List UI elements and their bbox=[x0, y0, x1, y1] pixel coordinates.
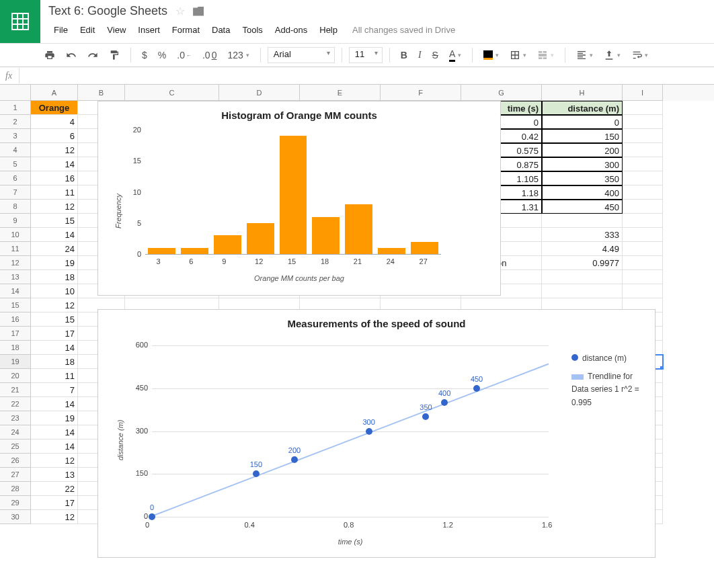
italic-button[interactable]: I bbox=[414, 47, 426, 63]
document-title[interactable]: Text 6: Google Sheets bbox=[48, 4, 167, 18]
menu-edit[interactable]: Edit bbox=[75, 22, 100, 38]
menu-add-ons[interactable]: Add-ons bbox=[270, 22, 313, 38]
row-header[interactable]: 11 bbox=[0, 242, 31, 256]
star-icon[interactable]: ☆ bbox=[175, 5, 185, 17]
row-header[interactable]: 30 bbox=[0, 510, 31, 524]
cell[interactable]: 333 bbox=[542, 228, 623, 242]
cell[interactable]: 11 bbox=[31, 369, 78, 383]
font-size-select[interactable]: 11 bbox=[349, 47, 383, 63]
row-header[interactable]: 29 bbox=[0, 496, 31, 510]
cell[interactable]: distance (m) bbox=[542, 101, 623, 115]
cell[interactable]: 24 bbox=[31, 242, 78, 256]
cell[interactable]: 12 bbox=[31, 298, 78, 312]
redo-button[interactable] bbox=[83, 47, 102, 63]
menu-format[interactable]: Format bbox=[167, 22, 205, 38]
select-all-corner[interactable] bbox=[0, 85, 31, 101]
cell[interactable]: 17 bbox=[31, 496, 78, 510]
formula-input[interactable] bbox=[19, 68, 714, 83]
bold-button[interactable]: B bbox=[397, 47, 411, 63]
cell[interactable]: 7 bbox=[31, 383, 78, 397]
cell[interactable]: 400 bbox=[542, 185, 623, 200]
menu-view[interactable]: View bbox=[102, 22, 131, 38]
cell[interactable]: 16 bbox=[31, 171, 78, 185]
vertical-align-button[interactable]: ▾ bbox=[600, 47, 625, 63]
cell[interactable]: 150 bbox=[542, 129, 623, 143]
cell[interactable]: 200 bbox=[542, 143, 623, 157]
cell[interactable]: 12 bbox=[31, 200, 78, 214]
increase-decimal-button[interactable]: .00 bbox=[198, 47, 221, 63]
row-header[interactable]: 13 bbox=[0, 270, 31, 284]
cell[interactable]: 4.49 bbox=[542, 242, 623, 256]
cell[interactable] bbox=[623, 270, 663, 284]
row-header[interactable]: 18 bbox=[0, 341, 31, 355]
more-formats-button[interactable]: 123▾ bbox=[223, 47, 253, 63]
cell[interactable] bbox=[623, 284, 663, 298]
decrease-decimal-button[interactable]: .0← bbox=[173, 47, 196, 63]
cell[interactable]: 13 bbox=[31, 468, 78, 482]
column-header[interactable]: G bbox=[461, 85, 542, 101]
row-header[interactable]: 23 bbox=[0, 411, 31, 425]
cell[interactable] bbox=[623, 242, 663, 256]
row-header[interactable]: 8 bbox=[0, 200, 31, 214]
cell[interactable]: 12 bbox=[31, 454, 78, 468]
cell[interactable]: 18 bbox=[31, 355, 78, 369]
row-header[interactable]: 22 bbox=[0, 397, 31, 411]
cell[interactable]: 14 bbox=[31, 425, 78, 439]
column-header[interactable]: E bbox=[300, 85, 381, 101]
cell[interactable]: 4 bbox=[31, 115, 78, 129]
row-header[interactable]: 12 bbox=[0, 256, 31, 270]
cell[interactable]: 450 bbox=[542, 200, 623, 214]
row-header[interactable]: 27 bbox=[0, 468, 31, 482]
cell[interactable]: 15 bbox=[31, 214, 78, 228]
menu-insert[interactable]: Insert bbox=[132, 22, 165, 38]
row-header[interactable]: 17 bbox=[0, 327, 31, 341]
cell[interactable]: 19 bbox=[31, 256, 78, 270]
column-header[interactable]: I bbox=[623, 85, 663, 101]
currency-button[interactable]: $ bbox=[138, 47, 151, 63]
cell[interactable]: 14 bbox=[31, 439, 78, 454]
cell[interactable] bbox=[623, 214, 663, 228]
cell[interactable] bbox=[623, 171, 663, 185]
row-header[interactable]: 26 bbox=[0, 454, 31, 468]
cell[interactable]: 14 bbox=[31, 228, 78, 242]
cell[interactable]: 10 bbox=[31, 284, 78, 298]
column-header[interactable]: F bbox=[381, 85, 461, 101]
cell[interactable] bbox=[623, 256, 663, 270]
row-header[interactable]: 10 bbox=[0, 228, 31, 242]
fill-color-button[interactable]: ▾ bbox=[479, 48, 503, 62]
cell[interactable] bbox=[623, 143, 663, 157]
cell[interactable] bbox=[623, 157, 663, 171]
cell[interactable]: 14 bbox=[31, 341, 78, 355]
cell[interactable]: 0 bbox=[542, 115, 623, 129]
folder-icon[interactable] bbox=[193, 7, 204, 16]
histogram-chart[interactable]: Histogram of Orange MM counts Frequency … bbox=[97, 101, 501, 296]
paint-format-button[interactable] bbox=[105, 47, 124, 63]
cell[interactable]: 11 bbox=[31, 185, 78, 200]
percent-button[interactable]: % bbox=[154, 47, 170, 63]
menu-data[interactable]: Data bbox=[206, 22, 235, 38]
text-color-button[interactable]: A▾ bbox=[445, 46, 465, 65]
cell[interactable]: Orange bbox=[31, 101, 78, 115]
borders-button[interactable]: ▾ bbox=[506, 47, 530, 63]
cell[interactable] bbox=[542, 214, 623, 228]
cell[interactable]: 17 bbox=[31, 327, 78, 341]
cell[interactable]: 18 bbox=[31, 270, 78, 284]
font-family-select[interactable]: Arial bbox=[268, 47, 335, 63]
undo-button[interactable] bbox=[62, 47, 81, 63]
horizontal-align-button[interactable]: ▾ bbox=[572, 47, 597, 63]
cell[interactable]: 0.9977 bbox=[542, 256, 623, 270]
cell[interactable] bbox=[542, 284, 623, 298]
row-header[interactable]: 15 bbox=[0, 298, 31, 312]
row-header[interactable]: 3 bbox=[0, 129, 31, 143]
cell[interactable] bbox=[623, 101, 663, 115]
cell[interactable]: 15 bbox=[31, 312, 78, 327]
cell[interactable] bbox=[542, 270, 623, 284]
row-header[interactable]: 4 bbox=[0, 143, 31, 157]
row-header[interactable]: 5 bbox=[0, 157, 31, 171]
strikethrough-button[interactable]: S bbox=[428, 47, 442, 63]
cell[interactable]: 14 bbox=[31, 397, 78, 411]
cell[interactable]: 12 bbox=[31, 510, 78, 524]
column-header[interactable]: H bbox=[542, 85, 623, 101]
row-header[interactable]: 1 bbox=[0, 101, 31, 115]
row-header[interactable]: 24 bbox=[0, 425, 31, 439]
